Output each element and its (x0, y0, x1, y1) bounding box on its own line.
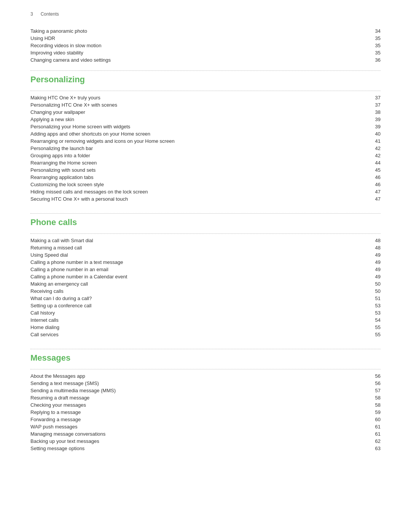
toc-entry-page: 39 (369, 117, 381, 122)
toc-entry-page: 62 (369, 438, 381, 444)
toc-entry-page: 42 (369, 145, 381, 151)
intro-section: Taking a panoramic photo 34 Using HDR 35… (30, 28, 381, 63)
toc-entry: Returning a missed call 48 (30, 245, 381, 251)
toc-entry-page: 58 (369, 395, 381, 401)
toc-entry-page: 55 (369, 332, 381, 337)
toc-entry: Rearranging the Home screen 44 (30, 160, 381, 166)
toc-entry-page: 34 (369, 28, 381, 34)
toc-entry-page: 61 (369, 431, 381, 437)
toc-entry: Using HDR 35 (30, 35, 381, 41)
toc-entry-label: Replying to a message (30, 409, 369, 415)
toc-entry-page: 49 (369, 274, 381, 280)
toc-entry-page: 49 (369, 259, 381, 265)
toc-entry-label: Calling a phone number in a text message (30, 259, 369, 265)
toc-entry: Hiding missed calls and messages on the … (30, 189, 381, 195)
toc-entry: Personalizing the launch bar 42 (30, 145, 381, 151)
toc-entry-label: Personalizing with sound sets (30, 167, 369, 173)
page-header: 3 Contents (30, 11, 381, 17)
toc-entry-page: 37 (369, 102, 381, 108)
toc-entry: Sending a multimedia message (MMS) 57 (30, 388, 381, 393)
toc-entry: Changing camera and video settings 36 (30, 57, 381, 63)
toc-entry-page: 45 (369, 167, 381, 173)
toc-entry-page: 39 (369, 124, 381, 129)
toc-entry: Making an emergency call 50 (30, 281, 381, 287)
toc-entry: Adding apps and other shortcuts on your … (30, 131, 381, 137)
toc-entry-label: Making HTC One X+ truly yours (30, 95, 369, 101)
toc-entry: Calling a phone number in a text message… (30, 259, 381, 265)
toc-entries-phone-calls: Making a call with Smart dial 48 Returni… (30, 238, 381, 337)
toc-entry-label: Improving video stability (30, 50, 369, 56)
toc-entry: Checking your messages 58 (30, 402, 381, 408)
toc-entry: About the Messages app 56 (30, 373, 381, 379)
toc-entry-label: Personalizing HTC One X+ with scenes (30, 102, 369, 108)
toc-entry: Setting up a conference call 53 (30, 303, 381, 308)
toc-entry: Home dialing 55 (30, 324, 381, 330)
toc-entry-label: Call services (30, 332, 369, 337)
toc-entry: Sending a text message (SMS) 56 (30, 380, 381, 386)
toc-entry-page: 63 (369, 446, 381, 451)
toc-entry-page: 44 (369, 160, 381, 166)
toc-entry: Rearranging or removing widgets and icon… (30, 138, 381, 144)
toc-entry-label: Backing up your text messages (30, 438, 369, 444)
toc-entry: Receiving calls 50 (30, 288, 381, 294)
toc-entry-page: 59 (369, 409, 381, 415)
toc-entry-label: Receiving calls (30, 288, 369, 294)
toc-entry: Applying a new skin 39 (30, 117, 381, 122)
toc-entry-page: 58 (369, 402, 381, 408)
toc-entry: Securing HTC One X+ with a personal touc… (30, 196, 381, 202)
toc-entry-page: 51 (369, 296, 381, 301)
toc-entry-label: About the Messages app (30, 373, 369, 379)
toc-entry-page: 54 (369, 317, 381, 323)
toc-entry-label: Rearranging or removing widgets and icon… (30, 138, 369, 144)
toc-entry-page: 55 (369, 324, 381, 330)
toc-entry: Improving video stability 35 (30, 50, 381, 56)
toc-entry-label: Calling a phone number in an email (30, 267, 369, 272)
toc-entry-page: 61 (369, 424, 381, 430)
toc-entry: Grouping apps into a folder 42 (30, 153, 381, 158)
toc-entry-page: 50 (369, 281, 381, 287)
toc-entries-personalizing: Making HTC One X+ truly yours 37 Persona… (30, 95, 381, 202)
toc-entry: Rearranging application tabs 46 (30, 174, 381, 180)
section-phone-calls: Phone calls Making a call with Smart dia… (30, 213, 381, 337)
toc-entry: Making HTC One X+ truly yours 37 (30, 95, 381, 101)
toc-entry-label: Home dialing (30, 324, 369, 330)
toc-entry: Calling a phone number in an email 49 (30, 267, 381, 272)
toc-entry: Setting message options 63 (30, 446, 381, 451)
toc-entry-page: 50 (369, 288, 381, 294)
toc-entry-label: Rearranging the Home screen (30, 160, 369, 166)
toc-entry-page: 53 (369, 303, 381, 308)
toc-entry-label: Call history (30, 310, 369, 316)
toc-entry: Resuming a draft message 58 (30, 395, 381, 401)
toc-entry-label: Forwarding a message (30, 417, 369, 422)
section-title-messages: Messages (30, 353, 381, 363)
toc-entry-page: 35 (369, 43, 381, 48)
toc-entry-label: Internet calls (30, 317, 369, 323)
section-personalizing: Personalizing Making HTC One X+ truly yo… (30, 70, 381, 202)
toc-entry-label: Changing your wallpaper (30, 109, 369, 115)
toc-entry-page: 46 (369, 174, 381, 180)
toc-entry-label: Applying a new skin (30, 117, 369, 122)
toc-entry: Managing message conversations 61 (30, 431, 381, 437)
toc-entry-label: Securing HTC One X+ with a personal touc… (30, 196, 369, 202)
toc-entry: Backing up your text messages 62 (30, 438, 381, 444)
toc-entry-label: Customizing the lock screen style (30, 182, 369, 187)
toc-entry-label: Hiding missed calls and messages on the … (30, 189, 369, 195)
toc-entry: Replying to a message 59 (30, 409, 381, 415)
toc-entry: Internet calls 54 (30, 317, 381, 323)
toc-entry: Personalizing your Home screen with widg… (30, 124, 381, 129)
toc-entry-label: Using HDR (30, 35, 369, 41)
toc-entry-page: 35 (369, 50, 381, 56)
toc-entry-page: 41 (369, 138, 381, 144)
toc-entry-page: 35 (369, 35, 381, 41)
toc-entry-page: 48 (369, 238, 381, 243)
toc-entry-label: Checking your messages (30, 402, 369, 408)
toc-entry-page: 47 (369, 196, 381, 202)
toc-entry-label: Sending a text message (SMS) (30, 380, 369, 386)
toc-entry-label: Sending a multimedia message (MMS) (30, 388, 369, 393)
toc-entry-label: Setting message options (30, 446, 369, 451)
toc-entry-label: Adding apps and other shortcuts on your … (30, 131, 369, 137)
toc-entry-label: Personalizing your Home screen with widg… (30, 124, 369, 129)
toc-entry-label: Resuming a draft message (30, 395, 369, 401)
toc-entry-page: 37 (369, 95, 381, 101)
toc-entry-page: 49 (369, 267, 381, 272)
